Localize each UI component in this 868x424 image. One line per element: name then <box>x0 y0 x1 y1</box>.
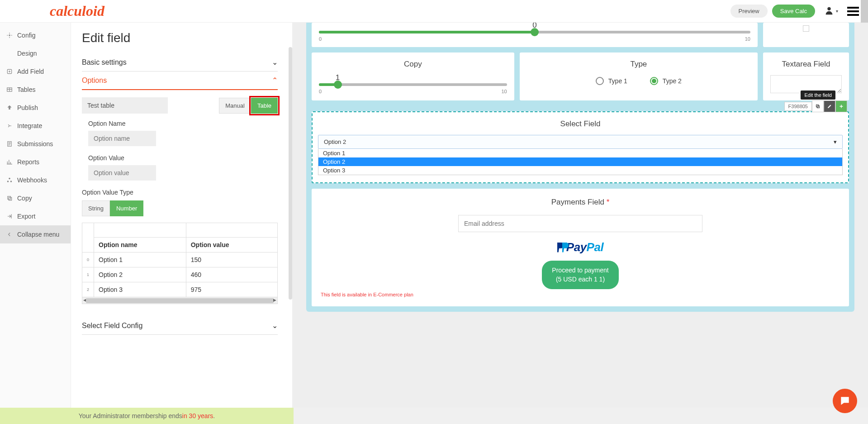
field-id-badge: F398805 <box>784 102 812 111</box>
copy-field-button[interactable] <box>812 100 824 112</box>
add-field-button[interactable] <box>835 100 847 112</box>
edit-panel-scrollbar[interactable] <box>289 47 292 408</box>
slider-field[interactable]: 0 010 <box>319 23 750 42</box>
ecommerce-note: This field is available in E-Commerce pl… <box>321 292 840 297</box>
sidebar-item-export[interactable]: Export <box>0 207 71 225</box>
sidebar-item-addfield[interactable]: Add Field <box>0 62 71 81</box>
sidebar-item-label: Submissions <box>17 140 53 148</box>
options-table: Option nameOption value 0Option 1150 1Op… <box>82 223 278 297</box>
proceed-payment-button[interactable]: Proceed to payment (5 USD each 1 1) <box>542 261 618 289</box>
table-row[interactable]: 0Option 1150 <box>82 252 278 267</box>
option-name-label: Option Name <box>88 120 278 127</box>
edit-field-tooltip: Edit the field <box>801 91 835 100</box>
sidebar-item-config[interactable]: Config <box>0 26 71 44</box>
svg-point-5 <box>7 181 9 182</box>
option-value-input[interactable] <box>88 165 156 181</box>
edit-panel: Edit field Basic settings ⌄ Options ⌃ Ma… <box>71 23 293 408</box>
chevron-up-icon: ⌃ <box>272 76 278 85</box>
section-label: Select Field Config <box>82 322 142 330</box>
svg-rect-8 <box>8 196 10 199</box>
select-option[interactable]: Option 3 <box>318 166 842 175</box>
section-basic-settings[interactable]: Basic settings ⌄ <box>82 53 278 71</box>
option-value-type-label: Option Value Type <box>82 189 278 196</box>
sidebar: Config Design Add Field Tables Publish I… <box>0 23 71 408</box>
sidebar-item-label: Tables <box>17 86 35 93</box>
table-row[interactable]: 2Option 3975 <box>82 282 278 297</box>
value-type-number-button[interactable]: Number <box>110 200 143 216</box>
select-option[interactable]: Option 2 <box>318 157 842 166</box>
table-cell-value: 460 <box>186 267 277 282</box>
checkbox-field[interactable] <box>803 25 809 32</box>
sidebar-item-publish[interactable]: Publish <box>0 99 71 117</box>
select-option[interactable]: Option 1 <box>318 149 842 157</box>
slider-min: 0 <box>319 36 322 42</box>
sidebar-item-label: Webhooks <box>17 176 47 184</box>
mode-table-button[interactable]: Table <box>251 98 278 114</box>
sidebar-item-webhooks[interactable]: Webhooks <box>0 171 71 189</box>
email-input[interactable] <box>458 215 702 232</box>
sidebar-item-copy[interactable]: Copy <box>0 189 71 207</box>
table-row[interactable]: 1Option 2460 <box>82 267 278 282</box>
table-cell-name: Option 3 <box>94 282 186 297</box>
sidebar-item-label: Reports <box>17 158 39 166</box>
option-value-label: Option Value <box>88 154 278 162</box>
section-options[interactable]: Options ⌃ <box>82 71 278 90</box>
preview-button[interactable]: Preview <box>730 5 768 18</box>
sidebar-item-submissions[interactable]: Submissions <box>0 135 71 153</box>
table-cell-name: Option 2 <box>94 267 186 282</box>
section-select-config[interactable]: Select Field Config ⌄ <box>82 317 278 335</box>
svg-point-7 <box>9 178 10 180</box>
topbar: calculoid Preview Save Calc ▾ <box>0 0 868 23</box>
paypal-icon <box>557 243 564 252</box>
caret-icon: ▾ <box>836 9 838 14</box>
radio-type-2[interactable]: Type 2 <box>650 77 682 85</box>
sidebar-item-integrate[interactable]: Integrate <box>0 117 71 135</box>
sidebar-item-label: Collapse menu <box>17 231 59 238</box>
mode-toggle: Manual Table <box>219 98 278 114</box>
field-title: Copy <box>319 60 507 69</box>
field-title: Textarea Field <box>770 60 842 69</box>
section-label: Options <box>82 76 107 85</box>
edit-field-button[interactable] <box>824 100 835 112</box>
sidebar-item-label: Add Field <box>17 68 44 75</box>
table-header-value: Option value <box>186 238 277 252</box>
table-horizontal-scrollbar[interactable]: ◀ ▶ <box>82 297 278 304</box>
sidebar-item-collapse[interactable]: Collapse menu <box>0 225 71 243</box>
value-type-string-button[interactable]: String <box>82 200 110 216</box>
sidebar-item-label: Design <box>17 50 37 57</box>
svg-point-0 <box>827 7 830 10</box>
page-title: Edit field <box>82 31 278 45</box>
sidebar-item-label: Integrate <box>17 122 42 129</box>
field-title: Type <box>527 60 750 69</box>
svg-rect-9 <box>9 197 11 200</box>
option-name-input[interactable] <box>88 131 156 146</box>
required-star: * <box>607 198 610 206</box>
chevron-down-icon: ⌄ <box>272 58 278 67</box>
sidebar-item-tables[interactable]: Tables <box>0 81 71 99</box>
sidebar-item-label: Export <box>17 213 35 220</box>
save-calc-button[interactable]: Save Calc <box>772 5 815 18</box>
radio-label: Type 2 <box>663 77 682 85</box>
svg-point-6 <box>10 181 12 182</box>
radio-type-1[interactable]: Type 1 <box>596 77 627 85</box>
select-field-card: Edit the field F398805 Select Field Opti… <box>312 111 849 183</box>
sidebar-item-label: Config <box>17 32 35 39</box>
mode-manual-button[interactable]: Manual <box>219 98 251 114</box>
radio-label: Type 1 <box>608 77 627 85</box>
test-table-input[interactable] <box>82 97 168 114</box>
chevron-down-icon: ⌄ <box>272 321 278 330</box>
sidebar-item-design[interactable]: Design <box>0 44 71 62</box>
field-title: Select Field <box>318 119 843 129</box>
hamburger-menu[interactable] <box>847 7 859 16</box>
user-menu[interactable]: ▾ <box>824 5 838 17</box>
paypal-logo: PayPal <box>557 240 603 254</box>
preview-panel: 0 010 Copy 1 010 <box>293 23 868 408</box>
chevron-down-icon: ▾ <box>834 138 837 145</box>
select-selected-value: Option 2 <box>324 138 346 145</box>
sidebar-item-reports[interactable]: Reports <box>0 153 71 171</box>
slider-field-copy[interactable]: 1 010 <box>319 75 507 94</box>
value-type-toggle: String Number <box>82 200 278 216</box>
select-input[interactable]: Option 2 ▾ <box>318 135 843 149</box>
sidebar-item-label: Publish <box>17 104 38 111</box>
logo: calculoid <box>50 3 104 19</box>
